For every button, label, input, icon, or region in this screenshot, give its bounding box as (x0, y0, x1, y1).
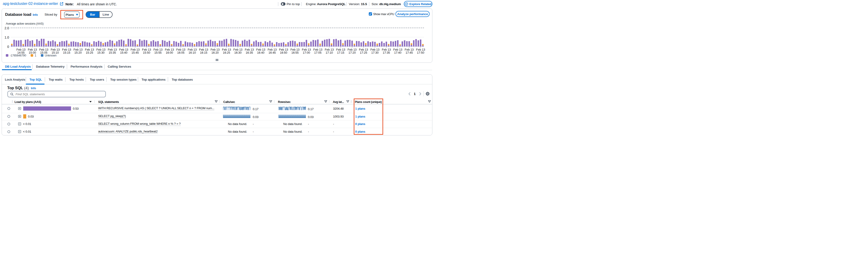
column-separator (351, 100, 351, 103)
x-axis-tick-label: Feb 1315:45 (131, 48, 140, 54)
x-axis-tick-label: Feb 1317:50 (416, 48, 425, 54)
top-sql-title: Top SQL (7, 86, 23, 90)
column-header[interactable]: Avg lat... (333, 100, 344, 104)
row-expand-button[interactable] (18, 107, 21, 110)
column-filter-icon[interactable] (428, 100, 431, 103)
row-select-radio[interactable] (7, 130, 10, 133)
subtab-top-sql[interactable]: Top SQL (29, 78, 42, 81)
subtab-top-users[interactable]: Top users (90, 78, 104, 81)
tab-db-load-analysis[interactable]: DB Load Analysis (5, 65, 31, 68)
search-icon (10, 92, 14, 96)
column-header[interactable]: Rows/sec (278, 100, 290, 104)
load-bar (23, 114, 26, 118)
subtab-lock-analysis[interactable]: Lock Analysis (5, 78, 25, 81)
legend-label: -1765646790 (10, 54, 26, 57)
x-axis-tick-label: Feb 1316:45 (268, 48, 277, 54)
subtabs-border (2, 75, 432, 84)
x-axis-tick-label: Feb 1315:00 (28, 48, 37, 54)
x-axis-tick-label: Feb 1315:10 (51, 48, 60, 54)
column-separator (94, 100, 95, 103)
load-value: 0.53 (73, 107, 79, 110)
column-header[interactable]: Load by plans (AAS) (14, 100, 41, 104)
calls-per-sec-sparkline (223, 106, 250, 110)
x-axis-tick-label: Feb 1316:15 (199, 48, 208, 54)
rows-per-sec-value: - (308, 130, 309, 133)
sql-statement-link[interactable]: SELECT pg_sleep(?) (98, 114, 126, 118)
legend-swatch (31, 54, 33, 57)
row-expand-button[interactable] (18, 122, 21, 126)
rows-per-sec-value: 0.03 (308, 115, 314, 119)
column-separator (219, 100, 220, 103)
row-select-radio[interactable] (7, 115, 10, 118)
x-axis-tick-label: Feb 1315:50 (142, 48, 151, 54)
sql-statement-link[interactable]: autovacuum: ANALYZE public.rds_heartbeat… (98, 130, 158, 133)
rows-per-sec-value: 0.17 (308, 107, 314, 111)
legend-item[interactable]: Unknown (41, 54, 56, 57)
legend-swatch (41, 54, 43, 57)
top-sql-info-link[interactable]: Info (31, 87, 36, 90)
annotation-box-plans-count (354, 99, 383, 135)
panel-resize-handle[interactable] (216, 59, 218, 61)
load-value: < 0.01 (23, 130, 31, 133)
tab-performance-analysis[interactable]: Performance Analysis (70, 65, 102, 68)
pagination-prev-icon[interactable] (407, 92, 412, 96)
row-select-radio[interactable] (7, 107, 10, 110)
pagination-divider (423, 91, 424, 96)
sql-statement-link[interactable]: WITH RECURSIVE numbers(n) AS ( SELECT ? … (98, 106, 214, 110)
calls-per-sec-sparkline (223, 114, 250, 118)
legend-swatch (6, 54, 8, 57)
load-value: 0.03 (28, 115, 34, 118)
row-select-radio[interactable] (7, 123, 10, 126)
tab-database-telemetry[interactable]: Database Telemetry (36, 65, 64, 68)
legend-label: Unknown (45, 54, 56, 57)
sql-statement-link[interactable]: SELECT wrong_column FROM wrong_table WHE… (98, 122, 181, 126)
x-axis-tick-label: Feb 1316:35 (245, 48, 254, 54)
x-axis-tick-label: Feb 1316:55 (290, 48, 300, 54)
subtab-top-session-types[interactable]: Top session types (110, 78, 136, 81)
column-filter-icon[interactable] (269, 100, 272, 103)
column-filter-icon[interactable] (324, 100, 327, 103)
x-axis-tick-label: Feb 1315:35 (108, 48, 117, 54)
table-settings-gear-icon[interactable] (426, 91, 430, 96)
row-expand-button[interactable] (18, 115, 21, 118)
legend-item[interactable]: -1765646790 (6, 54, 26, 57)
x-axis-tick-label: Feb 1316:40 (256, 48, 265, 54)
avg-latency-value: - (333, 122, 334, 126)
x-axis-tick-label: Feb 1316:10 (188, 48, 197, 54)
x-axis-tick-label: Feb 1316:20 (211, 48, 220, 54)
column-filter-icon[interactable] (346, 100, 349, 103)
column-separator (274, 100, 275, 103)
legend-item[interactable]: 1 (31, 54, 36, 57)
x-axis-tick-label: Feb 1317:05 (313, 48, 322, 54)
subtab-top-databases[interactable]: Top databases (172, 78, 193, 81)
x-axis-tick-label: Feb 1317:20 (348, 48, 357, 54)
rows-per-sec-value: - (308, 122, 309, 126)
x-axis-tick-label: Feb 1317:40 (393, 48, 402, 54)
pagination-page-number[interactable]: 1 (414, 92, 416, 96)
x-axis-tick-label: Feb 1316:30 (234, 48, 243, 54)
subtab-separator (45, 77, 45, 82)
column-filter-icon[interactable] (215, 100, 218, 103)
subtab-top-hosts[interactable]: Top hosts (69, 78, 84, 81)
pagination-next-icon[interactable] (418, 92, 422, 96)
sort-descending-icon[interactable] (89, 101, 92, 103)
calls-per-sec-value: 0.17 (253, 107, 258, 111)
subtab-top-waits[interactable]: Top waits (49, 78, 62, 81)
db-load-chart[interactable]: 2.01.00Feb 1314:55Feb 1315:00Feb 1315:05… (0, 0, 434, 63)
calls-per-sec-value: - (253, 130, 254, 133)
x-axis-tick-label: Feb 1315:55 (153, 48, 162, 54)
x-axis-tick-label: Feb 1314:55 (17, 48, 26, 54)
column-header[interactable]: SQL statements (98, 100, 119, 104)
x-axis-tick-label: Feb 1317:00 (302, 48, 311, 54)
search-input[interactable] (16, 92, 105, 96)
tab-calling-services[interactable]: Calling Services (108, 65, 131, 68)
rows-per-sec-sparkline (279, 114, 306, 118)
subtab-separator (138, 77, 138, 82)
calls-no-data: No data found. (228, 122, 247, 126)
x-axis-tick-label: Feb 1315:30 (96, 48, 105, 54)
column-header[interactable]: Calls/sec (223, 100, 235, 104)
calls-per-sec-value: 0.03 (253, 115, 258, 119)
x-axis-tick-label: Feb 1315:20 (73, 48, 83, 54)
subtab-top-applications[interactable]: Top applications (142, 78, 165, 81)
row-expand-button[interactable] (18, 130, 21, 133)
